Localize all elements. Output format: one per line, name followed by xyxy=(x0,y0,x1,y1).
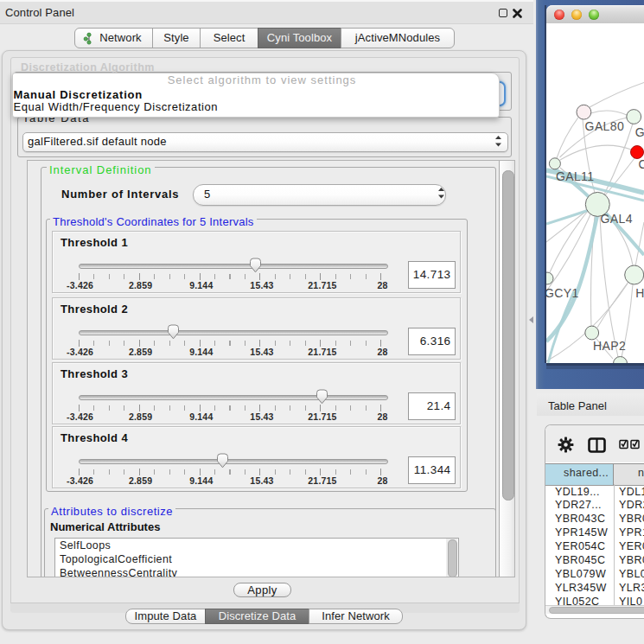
svg-text:GAL11: GAL11 xyxy=(556,169,595,183)
svg-text:HAP2: HAP2 xyxy=(593,339,626,353)
svg-text:GCY1: GCY1 xyxy=(546,286,579,300)
svg-text:CYC8: CYC8 xyxy=(639,157,644,171)
svg-text:GAL4: GAL4 xyxy=(601,212,633,226)
svg-text:GAL80: GAL80 xyxy=(585,119,625,133)
svg-text:HIS7: HIS7 xyxy=(635,286,644,300)
svg-text:GAL3: GAL3 xyxy=(635,125,644,139)
